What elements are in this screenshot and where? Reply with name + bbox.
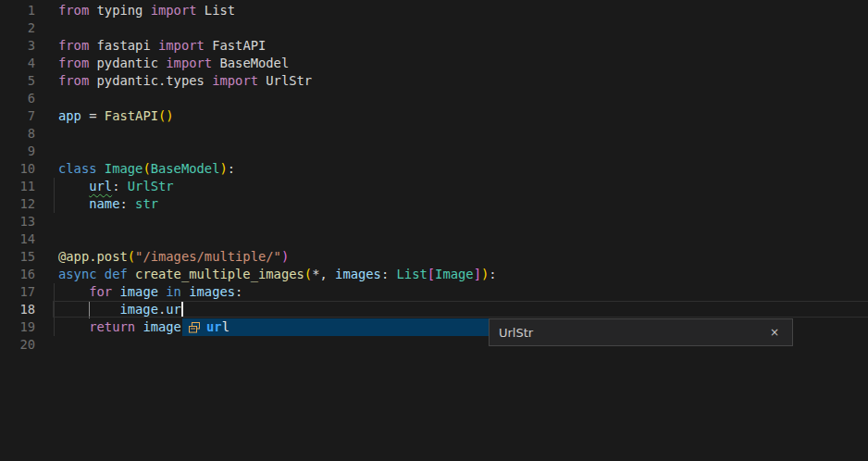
code-line[interactable]: 18 image.ur — [0, 301, 868, 318]
line-number: 11 — [0, 178, 35, 195]
line-number: 3 — [0, 37, 35, 55]
line-number: 16 — [0, 266, 35, 283]
line-number: 2 — [0, 19, 35, 37]
line-number: 17 — [0, 283, 35, 301]
suggest-match-text: ur — [206, 319, 222, 334]
line-number: 13 — [0, 213, 35, 230]
field-icon — [188, 321, 201, 334]
suggest-details-pane: UrlStr × — [489, 318, 793, 346]
suggest-rest-text: l — [222, 319, 229, 334]
code-line-text: for image in images: — [58, 283, 242, 301]
code-line[interactable]: 7app = FastAPI() — [0, 107, 868, 125]
line-number: 4 — [0, 55, 35, 72]
code-line-text: image.ur — [58, 301, 181, 318]
code-line[interactable]: 2 — [0, 19, 868, 37]
close-icon[interactable]: × — [766, 324, 783, 341]
line-number: 14 — [0, 230, 35, 248]
code-line[interactable]: 12 name: str — [0, 195, 868, 213]
code-line[interactable]: 9 — [0, 143, 868, 160]
code-line[interactable]: 11 url: UrlStr — [0, 178, 868, 195]
line-number: 10 — [0, 160, 35, 178]
line-number: 18 — [0, 301, 35, 318]
indent-guide — [54, 178, 55, 213]
code-line[interactable]: 16async def create_multiple_images(*, im… — [0, 266, 868, 283]
code-editor[interactable]: 1from typing import List23from fastapi i… — [0, 0, 868, 461]
code-line-text: from pydantic.types import UrlStr — [58, 72, 312, 90]
code-line-text: return image — [58, 318, 181, 336]
code-line-text: url: UrlStr — [58, 178, 174, 195]
line-number: 15 — [0, 248, 35, 266]
line-number: 7 — [0, 107, 35, 125]
code-line-text: @app.post("/images/multiple/") — [58, 248, 289, 266]
code-line-text: class Image(BaseModel): — [58, 160, 235, 178]
code-line[interactable]: 3from fastapi import FastAPI — [0, 37, 868, 55]
code-line[interactable]: 14 — [0, 230, 868, 248]
active-indent-guide — [89, 301, 90, 318]
code-line-text: name: str — [58, 195, 158, 213]
code-line-text: from typing import List — [58, 2, 235, 19]
code-line[interactable]: 5from pydantic.types import UrlStr — [0, 72, 868, 90]
line-number: 9 — [0, 143, 35, 160]
suggest-item-url[interactable]: url — [182, 318, 489, 336]
code-line[interactable]: 4from pydantic import BaseModel — [0, 55, 868, 72]
code-line[interactable]: 17 for image in images: — [0, 283, 868, 301]
code-line[interactable]: 1from typing import List — [0, 2, 868, 19]
code-line-text: from fastapi import FastAPI — [58, 37, 266, 55]
code-line[interactable]: 15@app.post("/images/multiple/") — [0, 248, 868, 266]
code-line-text: async def create_multiple_images(*, imag… — [58, 266, 497, 283]
code-line[interactable]: 6 — [0, 90, 868, 107]
code-line[interactable]: 10class Image(BaseModel): — [0, 160, 868, 178]
code-line[interactable]: 8 — [0, 125, 868, 143]
indent-guide — [54, 283, 55, 336]
line-number: 19 — [0, 318, 35, 336]
suggest-detail-text: UrlStr — [499, 326, 766, 340]
line-number: 8 — [0, 125, 35, 143]
code-line[interactable]: 13 — [0, 213, 868, 230]
code-line-text: from pydantic import BaseModel — [58, 55, 289, 72]
line-number: 1 — [0, 2, 35, 19]
code-line-text: app = FastAPI() — [58, 107, 174, 125]
suggest-item-label: url — [206, 318, 229, 336]
line-number: 20 — [0, 336, 35, 354]
line-number: 12 — [0, 195, 35, 213]
text-cursor — [181, 302, 183, 317]
line-number: 6 — [0, 90, 35, 107]
line-number: 5 — [0, 72, 35, 90]
